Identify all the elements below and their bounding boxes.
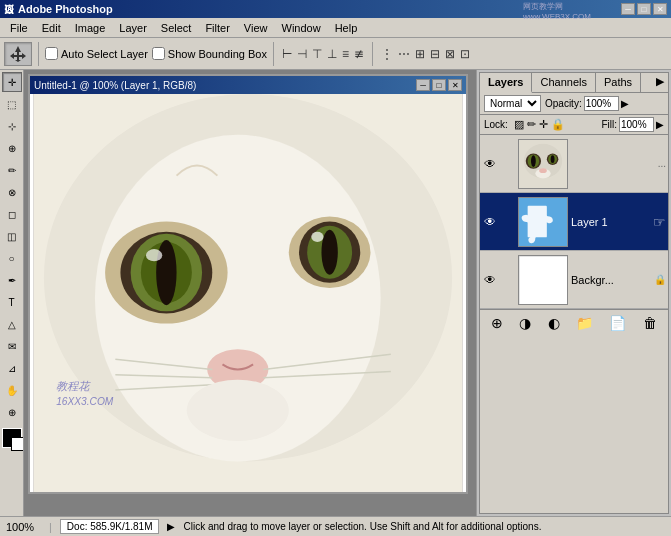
- svg-point-57: [539, 168, 547, 173]
- tab-layers[interactable]: Layers: [480, 73, 532, 93]
- tab-paths[interactable]: Paths: [596, 73, 641, 92]
- show-bounding-box-check[interactable]: Show Bounding Box: [152, 47, 267, 60]
- align-right-icon[interactable]: ⊤: [310, 46, 324, 62]
- minimize-button[interactable]: ─: [621, 3, 635, 15]
- lock-all-icon[interactable]: 🔒: [551, 118, 565, 131]
- auto-select-label: Auto Select Layer: [61, 48, 148, 60]
- lock-image-icon[interactable]: ✏: [527, 118, 536, 131]
- layer-item-1[interactable]: 👁 Layer 1 ☞: [480, 193, 668, 251]
- eraser-tool[interactable]: ◻: [2, 204, 22, 224]
- fill-arrow[interactable]: ▶: [656, 119, 664, 130]
- healing-tool[interactable]: ⊕: [2, 138, 22, 158]
- dist3-icon[interactable]: ⊞: [413, 46, 427, 62]
- menu-view[interactable]: View: [238, 20, 274, 36]
- path-tool[interactable]: △: [2, 314, 22, 334]
- doc-close-button[interactable]: ✕: [448, 79, 462, 91]
- opacity-arrow[interactable]: ▶: [621, 98, 629, 109]
- layer-item-2[interactable]: 👁 Backgr... 🔒: [480, 251, 668, 309]
- layer-style-button[interactable]: ⊕: [488, 313, 506, 333]
- menu-filter[interactable]: Filter: [199, 20, 235, 36]
- statusbar-sep1: |: [49, 521, 52, 533]
- move-tool[interactable]: ✛: [2, 72, 22, 92]
- layers-blend-controls: Normal Opacity: ▶: [480, 93, 668, 115]
- layer-visibility-0[interactable]: 👁: [482, 156, 498, 172]
- layer-visibility-1[interactable]: 👁: [482, 214, 498, 230]
- watermark: 网页教学网www.WEB3X.COM: [523, 2, 591, 21]
- menu-help[interactable]: Help: [329, 20, 364, 36]
- new-group-button[interactable]: 📁: [573, 313, 596, 333]
- eyedrop-tool[interactable]: ⊿: [2, 358, 22, 378]
- new-fill-button[interactable]: ◐: [545, 313, 563, 333]
- foreground-color[interactable]: [2, 428, 22, 448]
- menu-window[interactable]: Window: [276, 20, 327, 36]
- background-color[interactable]: [11, 437, 25, 451]
- zoom-tool[interactable]: ⊕: [2, 402, 22, 422]
- main-toolbar: Auto Select Layer Show Bounding Box ⊢ ⊣ …: [0, 38, 671, 70]
- zoom-level: 100%: [6, 521, 41, 533]
- brush-tool[interactable]: ✏: [2, 160, 22, 180]
- blend-mode-select[interactable]: Normal: [484, 95, 541, 112]
- layer-visibility-2[interactable]: 👁: [482, 272, 498, 288]
- statusbar-arrow[interactable]: ▶: [167, 521, 175, 532]
- opacity-input[interactable]: [584, 96, 619, 111]
- pen-tool[interactable]: ✒: [2, 270, 22, 290]
- toolbar-sep2: [273, 42, 274, 66]
- lock-transparent-icon[interactable]: ▨: [514, 118, 524, 131]
- document-canvas: 教程花 16XX3.COM: [30, 94, 466, 492]
- doc-maximize-button[interactable]: □: [432, 79, 446, 91]
- auto-select-checkbox[interactable]: [45, 47, 58, 60]
- align-bottom-icon[interactable]: ≢: [352, 46, 366, 62]
- opacity-control: Opacity: ▶: [545, 96, 629, 111]
- dist2-icon[interactable]: ⋯: [396, 46, 412, 62]
- svg-point-46: [187, 380, 289, 441]
- delete-layer-button[interactable]: 🗑: [640, 313, 660, 333]
- align-center-icon[interactable]: ⊣: [295, 46, 309, 62]
- maximize-button[interactable]: □: [637, 3, 651, 15]
- menu-file[interactable]: File: [4, 20, 34, 36]
- canvas-image: 教程花 16XX3.COM: [30, 94, 466, 492]
- layer-link-0[interactable]: [501, 157, 515, 171]
- layer-thumbnail-0: [518, 139, 568, 189]
- svg-point-34: [146, 249, 162, 261]
- doc-window-controls[interactable]: ─ □ ✕: [416, 79, 462, 91]
- menu-layer[interactable]: Layer: [113, 20, 153, 36]
- fill-input[interactable]: [619, 117, 654, 132]
- close-button[interactable]: ✕: [653, 3, 667, 15]
- doc-minimize-button[interactable]: ─: [416, 79, 430, 91]
- dist1-icon[interactable]: ⋮: [379, 46, 395, 62]
- add-mask-button[interactable]: ◑: [516, 313, 534, 333]
- dist6-icon[interactable]: ⊡: [458, 46, 472, 62]
- dist4-icon[interactable]: ⊟: [428, 46, 442, 62]
- align-top-icon[interactable]: ⊥: [325, 46, 339, 62]
- auto-select-layer-check[interactable]: Auto Select Layer: [45, 47, 148, 60]
- layer-link-1[interactable]: [501, 215, 515, 229]
- type-tool[interactable]: T: [2, 292, 22, 312]
- lasso-tool[interactable]: ⬚: [2, 94, 22, 114]
- new-layer-button[interactable]: 📄: [606, 313, 629, 333]
- dodge-tool[interactable]: ○: [2, 248, 22, 268]
- clone-tool[interactable]: ⊗: [2, 182, 22, 202]
- layers-panel-header: Layers Channels Paths ▶: [480, 73, 668, 93]
- crop-tool[interactable]: ⊹: [2, 116, 22, 136]
- tab-channels[interactable]: Channels: [532, 73, 595, 92]
- bounding-box-checkbox[interactable]: [152, 47, 165, 60]
- dist5-icon[interactable]: ⊠: [443, 46, 457, 62]
- move-tool-button[interactable]: [4, 42, 32, 66]
- hand-tool[interactable]: ✋: [2, 380, 22, 400]
- layer-item-0[interactable]: 👁: [480, 135, 668, 193]
- app-titlebar: 🖼 Adobe Photoshop 网页教学网www.WEB3X.COM ─ □…: [0, 0, 671, 18]
- notes-tool[interactable]: ✉: [2, 336, 22, 356]
- layer-link-2[interactable]: [501, 273, 515, 287]
- menu-edit[interactable]: Edit: [36, 20, 67, 36]
- menu-image[interactable]: Image: [69, 20, 112, 36]
- window-controls[interactable]: ─ □ ✕: [621, 3, 667, 15]
- right-panels: Layers Channels Paths ▶ Normal Opacity: …: [476, 70, 671, 516]
- menu-select[interactable]: Select: [155, 20, 198, 36]
- align-left-icon[interactable]: ⊢: [280, 46, 294, 62]
- lock-label: Lock:: [484, 119, 508, 130]
- document-info: Doc: 585.9K/1.81M: [60, 519, 160, 534]
- gradient-tool[interactable]: ◫: [2, 226, 22, 246]
- lock-position-icon[interactable]: ✛: [539, 118, 548, 131]
- panel-menu-button[interactable]: ▶: [652, 73, 668, 92]
- align-middle-icon[interactable]: ≡: [340, 46, 351, 62]
